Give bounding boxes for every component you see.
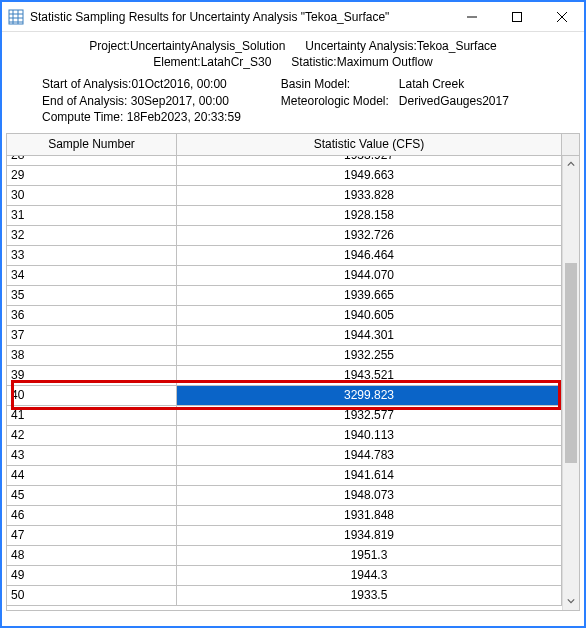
compute-label: Compute Time: — [42, 110, 127, 124]
header-scroll-gap — [562, 134, 579, 155]
table-row[interactable]: 281953.927 — [7, 156, 562, 166]
vertical-scrollbar[interactable] — [562, 156, 579, 610]
cell-sample-number: 38 — [7, 346, 177, 365]
basin-label: Basin Model: — [281, 76, 399, 92]
element-label: Element: — [153, 55, 200, 69]
cell-sample-number: 40 — [7, 386, 177, 405]
table-row[interactable]: 301933.828 — [7, 186, 562, 206]
cell-statistic-value: 1940.113 — [177, 426, 562, 445]
table-row[interactable]: 331946.464 — [7, 246, 562, 266]
window-title: Statistic Sampling Results for Uncertain… — [30, 10, 449, 24]
cell-sample-number: 29 — [7, 166, 177, 185]
cell-sample-number: 42 — [7, 426, 177, 445]
cell-sample-number: 34 — [7, 266, 177, 285]
table-row[interactable]: 341944.070 — [7, 266, 562, 286]
cell-sample-number: 43 — [7, 446, 177, 465]
table-row[interactable]: 481951.3 — [7, 546, 562, 566]
cell-sample-number: 50 — [7, 586, 177, 605]
start-label: Start of Analysis: — [42, 77, 131, 91]
cell-sample-number: 47 — [7, 526, 177, 545]
cell-sample-number: 35 — [7, 286, 177, 305]
met-label: Meteorologic Model: — [281, 93, 399, 109]
cell-statistic-value: 1934.819 — [177, 526, 562, 545]
cell-statistic-value: 1928.158 — [177, 206, 562, 225]
close-button[interactable] — [539, 2, 584, 32]
cell-statistic-value: 1932.577 — [177, 406, 562, 425]
compute-value: 18Feb2023, 20:33:59 — [127, 110, 241, 124]
cell-statistic-value: 1946.464 — [177, 246, 562, 265]
scroll-track[interactable] — [563, 173, 579, 593]
met-value: DerivedGauges2017 — [399, 93, 509, 109]
cell-sample-number: 37 — [7, 326, 177, 345]
cell-statistic-value: 1932.255 — [177, 346, 562, 365]
cell-statistic-value: 1944.301 — [177, 326, 562, 345]
cell-sample-number: 31 — [7, 206, 177, 225]
table-row[interactable]: 391943.521 — [7, 366, 562, 386]
table-row[interactable]: 501933.5 — [7, 586, 562, 606]
scroll-up-button[interactable] — [563, 156, 579, 173]
table-body[interactable]: 281953.927291949.663301933.828311928.158… — [7, 156, 562, 610]
maximize-button[interactable] — [494, 2, 539, 32]
results-table: Sample Number Statistic Value (CFS) 2819… — [6, 133, 580, 611]
table-row[interactable]: 321932.726 — [7, 226, 562, 246]
metadata-panel: Project:UncertaintyAnalysis_Solution Unc… — [2, 32, 584, 129]
table-row[interactable]: 411932.577 — [7, 406, 562, 426]
start-value: 01Oct2016, 00:00 — [131, 77, 226, 91]
cell-sample-number: 32 — [7, 226, 177, 245]
cell-sample-number: 33 — [7, 246, 177, 265]
table-row[interactable]: 351939.665 — [7, 286, 562, 306]
ua-label: Uncertainty Analysis: — [305, 39, 416, 53]
cell-sample-number: 28 — [7, 156, 177, 165]
project-label: Project: — [89, 39, 130, 53]
cell-statistic-value: 1949.663 — [177, 166, 562, 185]
cell-sample-number: 49 — [7, 566, 177, 585]
cell-statistic-value: 1948.073 — [177, 486, 562, 505]
column-statistic-value[interactable]: Statistic Value (CFS) — [177, 134, 562, 155]
cell-statistic-value: 1932.726 — [177, 226, 562, 245]
scroll-down-button[interactable] — [563, 593, 579, 610]
table-row[interactable]: 461931.848 — [7, 506, 562, 526]
cell-statistic-value: 1953.927 — [177, 156, 562, 165]
column-sample-number[interactable]: Sample Number — [7, 134, 177, 155]
cell-statistic-value: 1951.3 — [177, 546, 562, 565]
cell-sample-number: 41 — [7, 406, 177, 425]
cell-sample-number: 48 — [7, 546, 177, 565]
cell-statistic-value: 1943.521 — [177, 366, 562, 385]
table-row[interactable]: 491944.3 — [7, 566, 562, 586]
statistic-value: Maximum Outflow — [337, 55, 433, 69]
cell-sample-number: 45 — [7, 486, 177, 505]
table-row[interactable]: 311928.158 — [7, 206, 562, 226]
table-row[interactable]: 403299.823 — [7, 386, 562, 406]
table-row[interactable]: 371944.301 — [7, 326, 562, 346]
table-row[interactable]: 451948.073 — [7, 486, 562, 506]
minimize-button[interactable] — [449, 2, 494, 32]
cell-statistic-value: 1944.3 — [177, 566, 562, 585]
table-icon — [8, 9, 24, 25]
cell-statistic-value: 1939.665 — [177, 286, 562, 305]
table-header: Sample Number Statistic Value (CFS) — [7, 134, 579, 156]
table-row[interactable]: 441941.614 — [7, 466, 562, 486]
cell-sample-number: 39 — [7, 366, 177, 385]
cell-sample-number: 36 — [7, 306, 177, 325]
cell-statistic-value: 1933.828 — [177, 186, 562, 205]
cell-statistic-value: 1940.605 — [177, 306, 562, 325]
end-value: 30Sep2017, 00:00 — [131, 94, 229, 108]
table-row[interactable]: 431944.783 — [7, 446, 562, 466]
cell-sample-number: 44 — [7, 466, 177, 485]
cell-statistic-value: 1944.070 — [177, 266, 562, 285]
statistic-label: Statistic: — [291, 55, 336, 69]
svg-rect-7 — [512, 12, 521, 21]
cell-statistic-value: 1933.5 — [177, 586, 562, 605]
ua-value: Tekoa_Surface — [417, 39, 497, 53]
project-value: UncertaintyAnalysis_Solution — [130, 39, 285, 53]
titlebar: Statistic Sampling Results for Uncertain… — [2, 2, 584, 32]
scroll-thumb[interactable] — [565, 263, 577, 463]
cell-statistic-value: 1944.783 — [177, 446, 562, 465]
table-row[interactable]: 381932.255 — [7, 346, 562, 366]
table-row[interactable]: 421940.113 — [7, 426, 562, 446]
table-row[interactable]: 361940.605 — [7, 306, 562, 326]
table-row[interactable]: 471934.819 — [7, 526, 562, 546]
cell-sample-number: 46 — [7, 506, 177, 525]
cell-sample-number: 30 — [7, 186, 177, 205]
table-row[interactable]: 291949.663 — [7, 166, 562, 186]
